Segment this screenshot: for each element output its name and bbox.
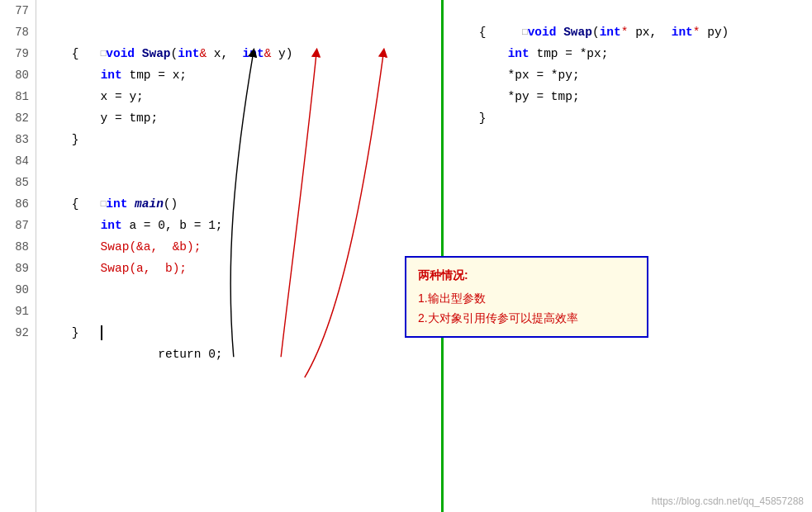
right-code-line-79: { bbox=[450, 21, 812, 43]
annotation-title: 两种情况: bbox=[418, 266, 635, 286]
right-code-line-82: *py = tmp; bbox=[450, 86, 812, 107]
code-container: 77 78 79 80 81 82 83 84 85 86 87 88 89 9… bbox=[0, 0, 812, 512]
right-code-line-78: □void Swap(int* px, int* py) bbox=[450, 0, 812, 21]
annotation-item-1: 1.输出型参数 bbox=[418, 289, 635, 309]
right-code-line-80: int tmp = *px; bbox=[450, 43, 812, 64]
right-code-line-81: *px = *py; bbox=[450, 64, 812, 86]
right-code-line-83: } bbox=[450, 107, 812, 129]
annotation-item-2: 2.大对象引用传参可以提高效率 bbox=[418, 309, 635, 329]
watermark: https://blog.csdn.net/qq_45857288 bbox=[652, 495, 804, 507]
line-numbers: 77 78 79 80 81 82 83 84 85 86 87 88 89 9… bbox=[0, 0, 36, 512]
annotation-box: 两种情况: 1.输出型参数 2.大对象引用传参可以提高效率 bbox=[405, 256, 648, 338]
